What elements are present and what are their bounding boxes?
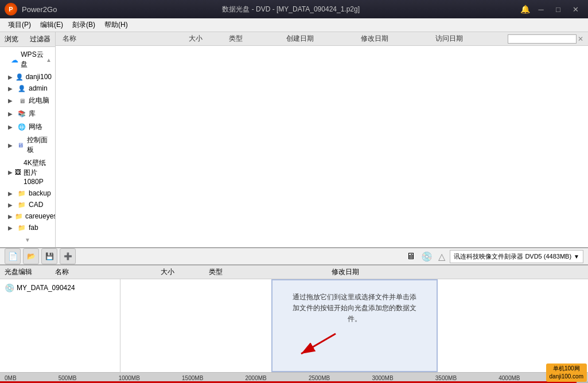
disc-tree: 💿 MY_DATA_090424 bbox=[0, 279, 120, 372]
file-list-body bbox=[56, 46, 588, 247]
col-header-modified: 修改日期 bbox=[359, 34, 433, 44]
eject-icon[interactable]: △ bbox=[437, 250, 446, 263]
col-header-type: 类型 bbox=[227, 34, 284, 44]
tree-label-wps: WPS云盘 bbox=[21, 50, 44, 69]
tree-item-admin[interactable]: ▶ 👤 admin bbox=[0, 83, 55, 94]
wallpaper-icon: 🖼 bbox=[15, 168, 21, 176]
col-header-size: 大小 bbox=[186, 34, 227, 44]
fab-icon: 📁 bbox=[17, 224, 26, 232]
add-drive-icon[interactable]: 🖥 bbox=[405, 250, 416, 263]
search-clear-icon[interactable]: ✕ bbox=[578, 35, 583, 43]
expand-arrow-backup: ▶ bbox=[8, 190, 15, 197]
expand-arrow-thispc: ▶ bbox=[8, 97, 15, 104]
titlebar: P Power2Go 数据光盘 - DVD - [MY_DATA_090424_… bbox=[0, 0, 588, 18]
expand-arrow-danji100: ▶ bbox=[8, 74, 13, 80]
thispc-icon: 🖥 bbox=[17, 97, 26, 105]
tree-label-wallpaper: 4K壁纸图片 1080P bbox=[24, 158, 52, 186]
tree-item-wps[interactable]: ☁ WPS云盘 ▲ bbox=[0, 48, 55, 71]
scroll-up-arrow: ▲ bbox=[46, 57, 52, 63]
expand-arrow-admin: ▶ bbox=[8, 85, 15, 92]
disc-col-type: 类型 bbox=[209, 267, 223, 277]
expand-arrow-wallpaper: ▶ bbox=[8, 169, 13, 175]
tree-item-danji100[interactable]: ▶ 👤 danji100 bbox=[0, 71, 55, 83]
tree-label-controlpanel: 控制面板 bbox=[27, 135, 52, 155]
add-button[interactable]: ➕ bbox=[60, 248, 76, 264]
tree-label-network: 网络 bbox=[29, 122, 42, 132]
app-logo: P bbox=[5, 3, 17, 15]
dropdown-arrow-icon: ▼ bbox=[574, 253, 579, 260]
browse-label: 浏览 bbox=[5, 34, 18, 44]
tree-item-controlpanel[interactable]: ▶ 🖥 控制面板 bbox=[0, 134, 55, 157]
wps-icon: ☁ bbox=[11, 56, 18, 64]
watermark-line2: danji100.com bbox=[550, 373, 583, 381]
expand-arrow-cad: ▶ bbox=[8, 202, 15, 208]
progress-label-4000: 4000MB bbox=[499, 375, 520, 381]
menu-item-burn[interactable]: 刻录(B) bbox=[68, 19, 100, 31]
tree-item-careueyes[interactable]: ▶ 📁 careueyes_183214 bbox=[0, 210, 55, 222]
add-icon: ➕ bbox=[64, 252, 72, 260]
menu-item-project[interactable]: 项目(P) bbox=[3, 19, 36, 31]
menu-item-edit[interactable]: 编辑(E) bbox=[36, 19, 68, 31]
drive-label: 讯连科技映像文件刻录器 DVD5 (4483MB) bbox=[454, 252, 571, 261]
file-list-header: 名称 大小 类型 创建日期 修改日期 访问日期 ✕ bbox=[56, 32, 588, 46]
maximize-button[interactable]: □ bbox=[550, 3, 566, 15]
disc-editor-header: 光盘编辑 名称 大小 类型 修改日期 bbox=[0, 265, 588, 279]
drop-hint[interactable]: 通过拖放它们到这里或选择文件并单击添加文件的按钮开始向光盘添加您的数据文件。 bbox=[271, 279, 438, 372]
progress-label-3000: 3000MB bbox=[372, 375, 393, 381]
network-icon: 🌐 bbox=[17, 123, 26, 131]
disc-item-root[interactable]: 💿 MY_DATA_090424 bbox=[0, 282, 120, 294]
open-file-icon: 📂 bbox=[27, 252, 36, 260]
search-area[interactable]: ✕ bbox=[508, 34, 583, 44]
disc-col-modified: 修改日期 bbox=[332, 267, 359, 277]
file-list: 名称 大小 类型 创建日期 修改日期 访问日期 ✕ bbox=[56, 32, 588, 247]
minimize-button[interactable]: ─ bbox=[533, 3, 549, 15]
watermark: 单机100网 danji100.com bbox=[546, 364, 587, 382]
progress-label-500: 500MB bbox=[59, 375, 77, 381]
save-button[interactable]: 💾 bbox=[41, 248, 57, 264]
danji100-icon: 👤 bbox=[15, 73, 24, 81]
backup-icon: 📁 bbox=[17, 189, 26, 197]
disc-item-label: MY_DATA_090424 bbox=[17, 284, 75, 292]
open-file-button[interactable]: 📂 bbox=[23, 248, 39, 264]
menu-item-help[interactable]: 帮助(H) bbox=[100, 19, 133, 31]
scroll-down-indicator: ▼ bbox=[0, 233, 55, 246]
careueyes-icon: 📁 bbox=[15, 212, 23, 220]
window-controls: 🔔 ─ □ ✕ bbox=[518, 3, 583, 15]
tree-header: 浏览 过滤器 bbox=[0, 32, 55, 47]
tree-item-network[interactable]: ▶ 🌐 网络 bbox=[0, 120, 55, 134]
tree-item-backup[interactable]: ▶ 📁 backup bbox=[0, 187, 55, 199]
close-button[interactable]: ✕ bbox=[567, 3, 583, 15]
tree-label-cad: CAD bbox=[29, 201, 43, 209]
svg-line-1 bbox=[301, 334, 336, 354]
disc-icon[interactable]: 💿 bbox=[420, 250, 434, 263]
new-file-button[interactable]: 📄 bbox=[5, 248, 21, 264]
progress-label-2500: 2500MB bbox=[309, 375, 330, 381]
drop-arrow-icon bbox=[290, 331, 347, 359]
progress-labels: 0MB 500MB 1000MB 1500MB 2000MB 2500MB 30… bbox=[0, 375, 588, 381]
search-input[interactable] bbox=[508, 34, 577, 44]
disc-content: 通过拖放它们到这里或选择文件并单击添加文件的按钮开始向光盘添加您的数据文件。 bbox=[120, 279, 588, 372]
drive-selector[interactable]: 讯连科技映像文件刻录器 DVD5 (4483MB) ▼ bbox=[450, 250, 583, 263]
watermark-line1: 单机100网 bbox=[550, 365, 583, 373]
tree-item-wallpaper[interactable]: ▶ 🖼 4K壁纸图片 1080P bbox=[0, 157, 55, 187]
tree-items[interactable]: ☁ WPS云盘 ▲ ▶ 👤 danji100 ▶ 👤 admin bbox=[0, 47, 55, 247]
disc-col-name: 名称 bbox=[55, 267, 69, 277]
admin-icon: 👤 bbox=[17, 84, 26, 92]
col-header-name: 名称 bbox=[60, 34, 186, 44]
disc-editor: 光盘编辑 名称 大小 类型 修改日期 💿 MY_DATA_090424 通过拖放… bbox=[0, 265, 588, 372]
filter-label: 过滤器 bbox=[30, 34, 50, 44]
tree-label-thispc: 此电脑 bbox=[29, 96, 49, 105]
tree-label-lib: 库 bbox=[29, 109, 36, 119]
tree-item-thispc[interactable]: ▶ 🖥 此电脑 bbox=[0, 94, 55, 107]
file-browser: 浏览 过滤器 ☁ WPS云盘 ▲ ▶ 👤 danji100 bbox=[0, 32, 588, 248]
app-name-label: Power2Go bbox=[22, 5, 57, 14]
tree-item-cad[interactable]: ▶ 📁 CAD bbox=[0, 199, 55, 210]
tree-label-fab: fab bbox=[29, 224, 38, 232]
expand-arrow-careueyes: ▶ bbox=[8, 213, 13, 220]
notification-bell[interactable]: 🔔 bbox=[518, 3, 532, 15]
menubar: 项目(P) 编辑(E) 刻录(B) 帮助(H) bbox=[0, 18, 588, 32]
tree-item-fab[interactable]: ▶ 📁 fab bbox=[0, 222, 55, 233]
lib-icon: 📚 bbox=[17, 110, 26, 118]
tree-item-lib[interactable]: ▶ 📚 库 bbox=[0, 107, 55, 120]
controlpanel-icon: 🖥 bbox=[17, 141, 25, 149]
